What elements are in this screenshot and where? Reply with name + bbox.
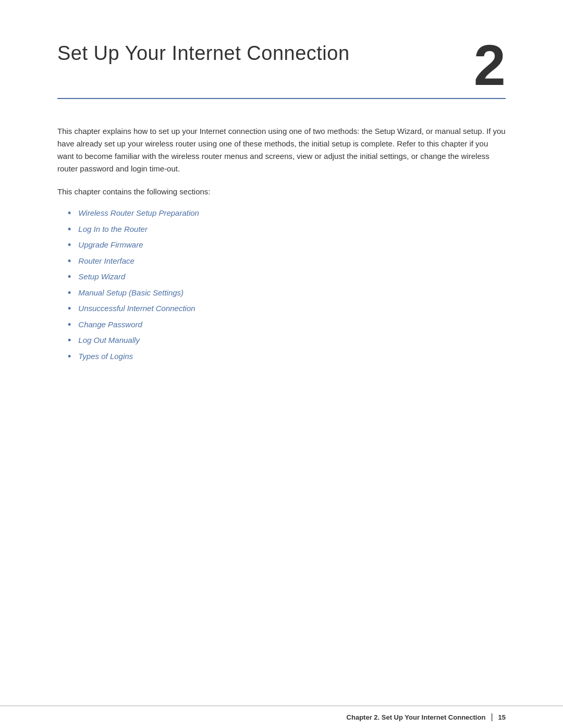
chapter-header: Set Up Your Internet Connection 2 (57, 42, 506, 94)
list-item: • Log Out Manually (68, 335, 506, 347)
chapter-title: Set Up Your Internet Connection (57, 42, 474, 66)
toc-link-upgrade-firmware[interactable]: Upgrade Firmware (78, 239, 143, 251)
bullet-icon: • (68, 225, 71, 234)
bullet-icon: • (68, 304, 71, 313)
list-item: • Manual Setup (Basic Settings) (68, 287, 506, 299)
list-item: • Change Password (68, 319, 506, 331)
bullet-icon: • (68, 208, 71, 218)
toc-link-types-of-logins[interactable]: Types of Logins (78, 351, 133, 363)
page-footer: Chapter 2. Set Up Your Internet Connecti… (0, 706, 563, 728)
bullet-icon: • (68, 240, 71, 250)
toc-list: • Wireless Router Setup Preparation • Lo… (57, 207, 506, 366)
toc-link-log-in[interactable]: Log In to the Router (78, 224, 148, 236)
bullet-icon: • (68, 352, 71, 361)
page-container: Set Up Your Internet Connection 2 This c… (0, 0, 563, 728)
list-item: • Log In to the Router (68, 224, 506, 236)
list-item: • Setup Wizard (68, 271, 506, 283)
chapter-title-block: Set Up Your Internet Connection (57, 42, 474, 66)
toc-link-wireless-setup[interactable]: Wireless Router Setup Preparation (78, 207, 199, 219)
list-item: • Upgrade Firmware (68, 239, 506, 251)
bullet-icon: • (68, 336, 71, 345)
list-item: • Router Interface (68, 255, 506, 267)
bullet-icon: • (68, 256, 71, 266)
header-divider (57, 98, 506, 99)
sections-intro: This chapter contains the following sect… (57, 186, 506, 198)
list-item: • Wireless Router Setup Preparation (68, 207, 506, 219)
footer-separator: | (491, 712, 493, 722)
toc-link-router-interface[interactable]: Router Interface (78, 255, 134, 267)
toc-link-log-out[interactable]: Log Out Manually (78, 335, 140, 347)
bullet-icon: • (68, 272, 71, 281)
list-item: • Types of Logins (68, 351, 506, 363)
toc-link-unsuccessful[interactable]: Unsuccessful Internet Connection (78, 303, 195, 315)
list-item: • Unsuccessful Internet Connection (68, 303, 506, 315)
bullet-icon: • (68, 320, 71, 329)
intro-paragraph: This chapter explains how to set up your… (57, 125, 506, 175)
toc-link-setup-wizard[interactable]: Setup Wizard (78, 271, 125, 283)
bullet-icon: • (68, 288, 71, 298)
chapter-number: 2 (474, 36, 506, 94)
footer-chapter-label: Chapter 2. Set Up Your Internet Connecti… (347, 713, 486, 721)
footer-page-number: 15 (498, 713, 506, 721)
toc-link-manual-setup[interactable]: Manual Setup (Basic Settings) (78, 287, 183, 299)
toc-link-change-password[interactable]: Change Password (78, 319, 142, 331)
